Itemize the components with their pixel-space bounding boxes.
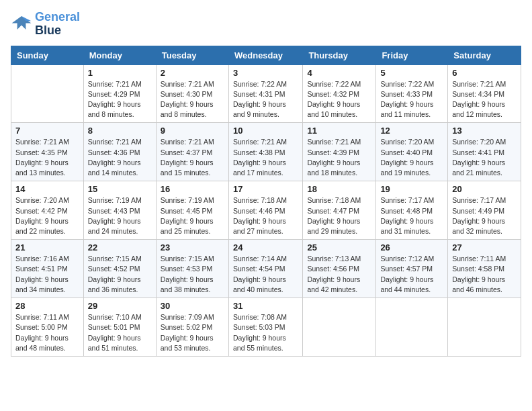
day-number: 22 [88, 242, 152, 253]
calendar-cell: 28Sunrise: 7:11 AMSunset: 5:00 PMDayligh… [11, 298, 84, 357]
calendar-cell: 29Sunrise: 7:10 AMSunset: 5:01 PMDayligh… [83, 298, 156, 357]
day-number: 23 [161, 242, 224, 253]
calendar-cell: 7Sunrise: 7:21 AMSunset: 4:35 PMDaylight… [11, 123, 84, 181]
weekday-header-thursday: Thursday [303, 46, 376, 64]
calendar-cell: 14Sunrise: 7:20 AMSunset: 4:42 PMDayligh… [11, 181, 84, 240]
day-info: Sunrise: 7:19 AMSunset: 4:43 PMDaylight:… [88, 195, 152, 236]
calendar-cell [376, 298, 448, 357]
day-info: Sunrise: 7:21 AMSunset: 4:38 PMDaylight:… [233, 137, 298, 178]
calendar-cell: 19Sunrise: 7:17 AMSunset: 4:48 PMDayligh… [376, 181, 448, 240]
calendar-cell: 24Sunrise: 7:14 AMSunset: 4:54 PMDayligh… [228, 240, 302, 298]
day-info: Sunrise: 7:15 AMSunset: 4:52 PMDaylight:… [88, 254, 152, 295]
calendar-table: SundayMondayTuesdayWednesdayThursdayFrid… [11, 46, 521, 357]
day-number: 7 [15, 126, 79, 136]
day-number: 17 [233, 184, 298, 194]
day-number: 16 [161, 184, 224, 194]
day-number: 29 [88, 301, 152, 311]
calendar-cell: 16Sunrise: 7:19 AMSunset: 4:45 PMDayligh… [156, 181, 228, 240]
day-number: 25 [307, 242, 371, 253]
day-info: Sunrise: 7:17 AMSunset: 4:48 PMDaylight:… [380, 195, 443, 236]
calendar-cell: 5Sunrise: 7:22 AMSunset: 4:33 PMDaylight… [376, 64, 448, 123]
day-number: 13 [452, 126, 517, 136]
day-number: 15 [88, 184, 152, 194]
calendar-cell: 3Sunrise: 7:22 AMSunset: 4:31 PMDaylight… [228, 64, 302, 123]
day-number: 19 [380, 184, 443, 194]
day-info: Sunrise: 7:21 AMSunset: 4:36 PMDaylight:… [88, 137, 152, 178]
calendar-cell: 13Sunrise: 7:20 AMSunset: 4:41 PMDayligh… [448, 123, 521, 181]
day-info: Sunrise: 7:19 AMSunset: 4:45 PMDaylight:… [161, 195, 224, 236]
day-info: Sunrise: 7:12 AMSunset: 4:57 PMDaylight:… [380, 254, 443, 295]
logo-icon [11, 13, 32, 35]
svg-marker-0 [12, 16, 32, 30]
day-info: Sunrise: 7:16 AMSunset: 4:51 PMDaylight:… [15, 254, 79, 295]
day-info: Sunrise: 7:20 AMSunset: 4:41 PMDaylight:… [452, 137, 517, 178]
day-info: Sunrise: 7:20 AMSunset: 4:42 PMDaylight:… [15, 195, 79, 236]
day-info: Sunrise: 7:21 AMSunset: 4:37 PMDaylight:… [161, 137, 224, 178]
day-number: 11 [307, 126, 371, 136]
day-info: Sunrise: 7:11 AMSunset: 4:58 PMDaylight:… [452, 254, 517, 295]
day-number: 4 [307, 68, 371, 78]
logo-text: General Blue [35, 11, 80, 38]
day-number: 30 [161, 301, 224, 311]
calendar-cell: 27Sunrise: 7:11 AMSunset: 4:58 PMDayligh… [448, 240, 521, 298]
day-number: 2 [161, 68, 224, 78]
day-number: 18 [307, 184, 371, 194]
day-number: 21 [15, 242, 79, 253]
day-info: Sunrise: 7:21 AMSunset: 4:29 PMDaylight:… [88, 79, 152, 120]
page-header: General Blue [11, 11, 521, 38]
calendar-cell: 6Sunrise: 7:21 AMSunset: 4:34 PMDaylight… [448, 64, 521, 123]
day-info: Sunrise: 7:10 AMSunset: 5:01 PMDaylight:… [88, 312, 152, 353]
day-number: 10 [233, 126, 298, 136]
day-number: 3 [233, 68, 298, 78]
calendar-cell: 15Sunrise: 7:19 AMSunset: 4:43 PMDayligh… [83, 181, 156, 240]
day-info: Sunrise: 7:22 AMSunset: 4:32 PMDaylight:… [307, 79, 371, 120]
day-number: 28 [15, 301, 79, 311]
logo: General Blue [11, 11, 80, 38]
weekday-header-saturday: Saturday [448, 46, 521, 64]
day-info: Sunrise: 7:20 AMSunset: 4:40 PMDaylight:… [380, 137, 443, 178]
day-info: Sunrise: 7:22 AMSunset: 4:31 PMDaylight:… [233, 79, 298, 120]
calendar-cell: 30Sunrise: 7:09 AMSunset: 5:02 PMDayligh… [156, 298, 228, 357]
calendar-cell: 4Sunrise: 7:22 AMSunset: 4:32 PMDaylight… [303, 64, 376, 123]
calendar-cell [303, 298, 376, 357]
calendar-cell: 2Sunrise: 7:21 AMSunset: 4:30 PMDaylight… [156, 64, 228, 123]
calendar-cell: 8Sunrise: 7:21 AMSunset: 4:36 PMDaylight… [83, 123, 156, 181]
day-info: Sunrise: 7:21 AMSunset: 4:30 PMDaylight:… [161, 79, 224, 120]
calendar-cell: 9Sunrise: 7:21 AMSunset: 4:37 PMDaylight… [156, 123, 228, 181]
day-info: Sunrise: 7:21 AMSunset: 4:35 PMDaylight:… [15, 137, 79, 178]
calendar-cell: 10Sunrise: 7:21 AMSunset: 4:38 PMDayligh… [228, 123, 302, 181]
day-number: 8 [88, 126, 152, 136]
day-number: 20 [452, 184, 517, 194]
calendar-cell: 23Sunrise: 7:15 AMSunset: 4:53 PMDayligh… [156, 240, 228, 298]
calendar-cell: 21Sunrise: 7:16 AMSunset: 4:51 PMDayligh… [11, 240, 84, 298]
day-info: Sunrise: 7:15 AMSunset: 4:53 PMDaylight:… [161, 254, 224, 295]
day-info: Sunrise: 7:21 AMSunset: 4:34 PMDaylight:… [452, 79, 517, 120]
day-info: Sunrise: 7:08 AMSunset: 5:03 PMDaylight:… [233, 312, 298, 353]
day-number: 26 [380, 242, 443, 253]
day-info: Sunrise: 7:09 AMSunset: 5:02 PMDaylight:… [161, 312, 224, 353]
day-number: 31 [233, 301, 298, 311]
day-info: Sunrise: 7:11 AMSunset: 5:00 PMDaylight:… [15, 312, 79, 353]
day-number: 12 [380, 126, 443, 136]
calendar-cell: 12Sunrise: 7:20 AMSunset: 4:40 PMDayligh… [376, 123, 448, 181]
weekday-header-wednesday: Wednesday [228, 46, 302, 64]
calendar-cell: 17Sunrise: 7:18 AMSunset: 4:46 PMDayligh… [228, 181, 302, 240]
calendar-cell: 25Sunrise: 7:13 AMSunset: 4:56 PMDayligh… [303, 240, 376, 298]
calendar-cell: 20Sunrise: 7:17 AMSunset: 4:49 PMDayligh… [448, 181, 521, 240]
day-info: Sunrise: 7:17 AMSunset: 4:49 PMDaylight:… [452, 195, 517, 236]
day-number: 9 [161, 126, 224, 136]
calendar-cell: 22Sunrise: 7:15 AMSunset: 4:52 PMDayligh… [83, 240, 156, 298]
calendar-cell: 11Sunrise: 7:21 AMSunset: 4:39 PMDayligh… [303, 123, 376, 181]
weekday-header-friday: Friday [376, 46, 448, 64]
day-info: Sunrise: 7:14 AMSunset: 4:54 PMDaylight:… [233, 254, 298, 295]
calendar-cell: 26Sunrise: 7:12 AMSunset: 4:57 PMDayligh… [376, 240, 448, 298]
calendar-cell [448, 298, 521, 357]
day-number: 6 [452, 68, 517, 78]
calendar-cell: 18Sunrise: 7:18 AMSunset: 4:47 PMDayligh… [303, 181, 376, 240]
weekday-header-monday: Monday [83, 46, 156, 64]
weekday-header-tuesday: Tuesday [156, 46, 228, 64]
day-number: 5 [380, 68, 443, 78]
calendar-cell [11, 64, 84, 123]
day-info: Sunrise: 7:18 AMSunset: 4:47 PMDaylight:… [307, 195, 371, 236]
day-info: Sunrise: 7:21 AMSunset: 4:39 PMDaylight:… [307, 137, 371, 178]
